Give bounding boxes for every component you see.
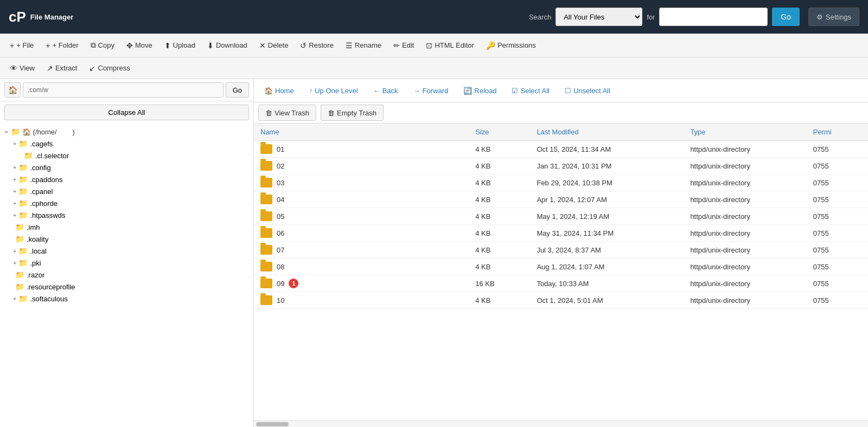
table-row[interactable]: 09116 KBToday, 10:33 AMhttpd/unix-direct… bbox=[254, 275, 868, 292]
view-label: View bbox=[20, 64, 35, 72]
extract-label: Extract bbox=[55, 64, 77, 72]
file-name-cell: 091 bbox=[254, 275, 469, 292]
select-all-label: Select All bbox=[520, 87, 549, 95]
reload-button[interactable]: 🔄 Reload bbox=[457, 82, 502, 99]
tree-item-resourceprofile[interactable]: 📁 .resourceprofile bbox=[0, 281, 253, 293]
view-button[interactable]: 👁 View bbox=[4, 60, 40, 77]
folder-icon bbox=[260, 178, 272, 187]
tree-item-softaculous[interactable]: + 📁 .softaculous bbox=[0, 293, 253, 305]
file-perms-cell: 0755 bbox=[807, 191, 868, 208]
file-name-cell: 08 bbox=[254, 258, 469, 275]
edit-label: Edit bbox=[402, 41, 414, 49]
tree-item-root[interactable]: − 📁 🏠 (/home/ ) bbox=[0, 126, 253, 138]
table-row[interactable]: 064 KBMay 31, 2024, 11:34 PMhttpd/unix-d… bbox=[254, 225, 868, 242]
table-row[interactable]: 024 KBJan 31, 2024, 10:31 PMhttpd/unix-d… bbox=[254, 158, 868, 174]
col-name-header[interactable]: Name bbox=[254, 124, 469, 141]
search-input[interactable] bbox=[659, 8, 768, 26]
empty-trash-label: Empty Trash bbox=[337, 109, 376, 117]
folder-icon bbox=[260, 161, 272, 171]
forward-label: Forward bbox=[423, 87, 449, 95]
compress-button[interactable]: ↙ Compress bbox=[84, 60, 135, 77]
table-row[interactable]: 104 KBOct 1, 2024, 5:01 AMhttpd/unix-dir… bbox=[254, 292, 868, 309]
tree-item-cpaddons[interactable]: + 📁 .cpaddons bbox=[0, 173, 253, 185]
forward-button[interactable]: → Forward bbox=[407, 82, 455, 99]
upload-label: Upload bbox=[173, 41, 195, 49]
collapse-all-button[interactable]: Collapse All bbox=[4, 105, 249, 120]
unselect-all-label: Unselect All bbox=[573, 87, 610, 95]
table-row[interactable]: 074 KBJul 3, 2024, 8:37 AMhttpd/unix-dir… bbox=[254, 242, 868, 258]
folder-icon bbox=[260, 228, 272, 238]
tree-item-local[interactable]: + 📁 .local bbox=[0, 245, 253, 257]
horizontal-scrollbar[interactable] bbox=[254, 420, 868, 427]
search-scope-select[interactable]: All Your Files File Content Filename Onl… bbox=[556, 8, 642, 26]
copy-button[interactable]: ⧉ Copy bbox=[85, 37, 120, 54]
delete-button[interactable]: ✕ Delete bbox=[254, 37, 294, 54]
folder-plus-icon: + bbox=[46, 41, 50, 50]
new-file-button[interactable]: + + File bbox=[4, 37, 39, 54]
tree-item-razor[interactable]: 📁 .razor bbox=[0, 269, 253, 281]
file-perms-cell: 0755 bbox=[807, 141, 868, 158]
sidebar-home-button[interactable]: 🏠 bbox=[4, 82, 21, 98]
select-all-button[interactable]: ☑ Select All bbox=[506, 82, 555, 99]
move-button[interactable]: ✥ Move bbox=[121, 37, 158, 54]
back-button[interactable]: ← Back bbox=[367, 82, 404, 99]
permissions-button[interactable]: 🔑 Permissions bbox=[481, 37, 541, 54]
table-row[interactable]: 084 KBAug 1, 2024, 1:07 AMhttpd/unix-dir… bbox=[254, 258, 868, 275]
upload-button[interactable]: ⬆ Upload bbox=[159, 37, 201, 54]
sidebar-path-bar: 🏠 Go bbox=[0, 79, 253, 101]
gear-icon: ⚙ bbox=[816, 13, 823, 21]
tree-item-config[interactable]: + 📁 .config bbox=[0, 161, 253, 173]
file-type-cell: httpd/unix-directory bbox=[684, 275, 806, 292]
empty-trash-button[interactable]: 🗑 Empty Trash bbox=[321, 105, 384, 121]
tree-label-cpanel: .cpanel bbox=[30, 187, 53, 196]
tree-label-root: (/home/ ) bbox=[33, 128, 75, 136]
cpanel-icon: cP bbox=[9, 9, 26, 25]
view-trash-button[interactable]: 🗑 View Trash bbox=[258, 105, 316, 121]
file-perms-cell: 0755 bbox=[807, 258, 868, 275]
table-row[interactable]: 034 KBFeb 29, 2024, 10:38 PMhttpd/unix-d… bbox=[254, 174, 868, 191]
col-type-header[interactable]: Type bbox=[684, 124, 806, 141]
tree-label-resourceprofile: .resourceprofile bbox=[27, 283, 75, 291]
tree-item-cpanel[interactable]: + 📁 .cpanel bbox=[0, 185, 253, 197]
home-nav-button[interactable]: 🏠 Home bbox=[258, 82, 300, 99]
sidebar-go-button[interactable]: Go bbox=[226, 82, 249, 98]
unselect-all-button[interactable]: ☐ Unselect All bbox=[559, 82, 616, 99]
col-modified-header[interactable]: Last Modified bbox=[530, 124, 684, 141]
tree-item-cphorde[interactable]: + 📁 .cphorde bbox=[0, 197, 253, 209]
up-one-level-button[interactable]: ↑ Up One Level bbox=[303, 82, 364, 99]
tree-item-clselector[interactable]: 📁 .cl.selector bbox=[0, 150, 253, 161]
file-table-wrap: Name Size Last Modified Type Permi 014 K… bbox=[254, 124, 868, 420]
tree-item-imh[interactable]: 📁 .imh bbox=[0, 221, 253, 233]
table-row[interactable]: 044 KBApr 1, 2024, 12:07 AMhttpd/unix-di… bbox=[254, 191, 868, 208]
download-button[interactable]: ⬇ Download bbox=[202, 37, 253, 54]
folder-icon bbox=[260, 262, 272, 271]
folder-icon: 📁 bbox=[18, 187, 28, 196]
settings-button[interactable]: ⚙ Settings bbox=[808, 8, 859, 26]
table-row[interactable]: 054 KBMay 1, 2024, 12:19 AMhttpd/unix-di… bbox=[254, 208, 868, 225]
col-perms-header[interactable]: Permi bbox=[807, 124, 868, 141]
search-label: Search bbox=[529, 13, 551, 21]
folder-icon: 📁 bbox=[15, 282, 24, 291]
search-go-button[interactable]: Go bbox=[772, 8, 800, 26]
tree-item-cagefs[interactable]: + 📁 .cagefs bbox=[0, 138, 253, 150]
tree-item-koality[interactable]: 📁 .koality bbox=[0, 233, 253, 245]
tree-item-pki[interactable]: + 📁 .pki bbox=[0, 257, 253, 269]
file-modified-cell: May 1, 2024, 12:19 AM bbox=[530, 208, 684, 225]
new-folder-button[interactable]: + + Folder bbox=[40, 37, 84, 54]
col-size-header[interactable]: Size bbox=[469, 124, 530, 141]
edit-button[interactable]: ✏ Edit bbox=[388, 37, 419, 54]
file-modified-cell: Today, 10:33 AM bbox=[530, 275, 684, 292]
up-one-level-label: Up One Level bbox=[315, 87, 358, 95]
app-logo: cP File Manager bbox=[9, 9, 73, 25]
restore-button[interactable]: ↺ Restore bbox=[295, 37, 339, 54]
extract-button[interactable]: ↗ Extract bbox=[41, 60, 82, 77]
folder-icon bbox=[260, 245, 272, 255]
file-size-cell: 4 KB bbox=[469, 292, 530, 309]
table-row[interactable]: 014 KBOct 15, 2024, 11:34 AMhttpd/unix-d… bbox=[254, 141, 868, 158]
html-editor-button[interactable]: ⊡ HTML Editor bbox=[420, 37, 479, 54]
file-name: 04 bbox=[277, 196, 284, 204]
sidebar-path-input[interactable] bbox=[23, 82, 224, 98]
tree-item-htpasswds[interactable]: + 📁 .htpasswds bbox=[0, 209, 253, 221]
folder-icon: 📁 bbox=[18, 211, 28, 219]
rename-button[interactable]: ☰ Rename bbox=[340, 37, 387, 54]
